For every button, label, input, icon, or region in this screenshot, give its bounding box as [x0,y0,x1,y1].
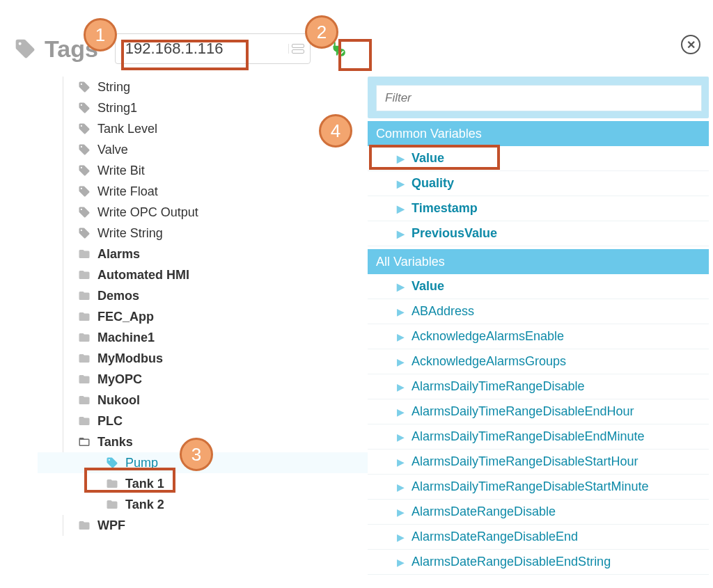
ip-input[interactable] [118,35,285,62]
variable-label: AcknowledgeAlarmsGroups [412,354,566,369]
tag-icon [77,122,92,135]
expand-arrow-icon: ▶ [397,482,405,493]
variables-panel: Common Variables ▶Value▶Quality▶Timestam… [368,72,712,575]
variable-label: AlarmsDateRangeDisableEnd [412,530,578,544]
variable-value[interactable]: ▶Value [368,146,709,171]
variable-label: ABAddress [412,304,474,319]
variable-value[interactable]: ▶Value [368,274,709,299]
folder-alarms[interactable]: Alarms [13,244,368,264]
variable-abaddress[interactable]: ▶ABAddress [368,299,709,324]
search-icon[interactable] [684,90,698,104]
db-icon[interactable] [288,44,307,54]
tag-write-bit[interactable]: Write Bit [13,160,368,181]
folder-fec_app[interactable]: FEC_App [13,306,368,327]
tree-item-label: Nukool [97,393,140,408]
tag-icon [14,38,36,60]
variable-label: AlarmsDateRangeDisable [412,504,556,519]
tag-tree: StringString1Tank LevelValveWrite BitWri… [13,72,368,575]
tree-item-label: Tank 1 [125,477,164,491]
tree-item-label: Write Float [97,184,158,199]
tree-item-label: Machine1 [97,331,155,345]
filter-input[interactable] [376,85,702,111]
variable-acknowledgealarmsenable[interactable]: ▶AcknowledgeAlarmsEnable [368,324,709,349]
tree-item-label: MyOPC [97,372,142,387]
folder-tank-2[interactable]: Tank 2 [38,494,368,515]
variable-label: Value [412,279,444,294]
folder-myopc[interactable]: MyOPC [13,369,368,390]
variable-quality[interactable]: ▶Quality [368,171,709,196]
tree-item-label: Tank Level [97,122,157,136]
ip-input-wrap [115,33,311,64]
variable-label: PreviousValue [412,226,497,241]
tree-item-label: Valve [97,143,128,157]
tree-item-label: String1 [97,101,137,116]
variable-label: AlarmsDailyTimeRangeDisableStartHour [412,454,638,469]
variable-alarmsdaterangedisableend[interactable]: ▶AlarmsDateRangeDisableEnd [368,525,709,550]
folder-machine1[interactable]: Machine1 [13,327,368,348]
variable-alarmsdaterangedisable[interactable]: ▶AlarmsDateRangeDisable [368,500,709,525]
variable-alarmsdailytimerangedisableendhour[interactable]: ▶AlarmsDailyTimeRangeDisableEndHour [368,399,709,424]
tree-item-label: Pump [125,456,158,470]
variable-label: Timestamp [412,201,478,216]
tag-icon [77,227,92,239]
expand-arrow-icon: ▶ [397,281,405,292]
expand-arrow-icon: ▶ [397,406,405,418]
expand-arrow-icon: ▶ [397,228,405,239]
tag-icon [77,206,92,218]
folder-icon [77,352,92,365]
folder-icon [77,248,92,260]
tree-item-label: Write Bit [97,164,145,178]
tag-string[interactable]: String [13,77,368,97]
folder-plc[interactable]: PLC [13,411,368,431]
tag-tank-level[interactable]: Tank Level [13,118,368,139]
svg-point-1 [686,93,694,101]
tree-item-label: Write OPC Output [97,205,198,220]
folder-icon [77,310,92,323]
tree-item-label: Demos [97,289,139,303]
expand-arrow-icon: ▶ [397,203,405,214]
variable-alarmsdailytimerangedisableendminute[interactable]: ▶AlarmsDailyTimeRangeDisableEndMinute [368,424,709,450]
folder-icon [104,498,120,511]
folder-demos[interactable]: Demos [13,285,368,306]
tag-valve[interactable]: Valve [13,139,368,160]
close-button[interactable]: ✕ [681,35,700,54]
folder-wpf[interactable]: WPF [13,515,368,536]
variable-alarmsdailytimerangedisable[interactable]: ▶AlarmsDailyTimeRangeDisable [368,374,709,399]
body: StringString1Tank LevelValveWrite BitWri… [0,70,713,575]
variable-label: Quality [412,176,454,191]
folder-icon [77,289,92,302]
variable-alarmsdaterangedisableendstring[interactable]: ▶AlarmsDateRangeDisableEndString [368,550,709,575]
variable-acknowledgealarmsgroups[interactable]: ▶AcknowledgeAlarmsGroups [368,349,709,374]
tag-icon [77,143,92,156]
callout-2: 2 [305,15,338,49]
expand-arrow-icon: ▶ [397,532,405,543]
variable-timestamp[interactable]: ▶Timestamp [368,196,709,221]
variable-label: AlarmsDailyTimeRangeDisableEndMinute [412,429,644,444]
folder-nukool[interactable]: Nukool [13,390,368,411]
section-all-variables: All Variables [368,249,709,274]
tree-item-label: Tank 2 [125,498,164,512]
folder-tank-1[interactable]: Tank 1 [38,473,368,494]
tag-write-float[interactable]: Write Float [13,181,368,202]
folder-mymodbus[interactable]: MyModbus [13,348,368,369]
tree-item-label: WPF [97,518,125,533]
folder-automated-hmi[interactable]: Automated HMI [13,264,368,285]
variable-previousvalue[interactable]: ▶PreviousValue [368,221,709,246]
expand-arrow-icon: ▶ [397,557,405,568]
variable-alarmsdailytimerangedisablestartminute[interactable]: ▶AlarmsDailyTimeRangeDisableStartMinute [368,475,709,500]
folder-icon [77,331,92,344]
expand-arrow-icon: ▶ [397,153,405,164]
folder-icon [104,477,120,490]
folder-icon [77,394,92,406]
tag-icon [77,185,92,198]
expand-arrow-icon: ▶ [397,507,405,518]
tag-write-string[interactable]: Write String [13,223,368,244]
variable-label: AlarmsDateRangeDisableEndString [412,555,611,569]
folder-icon [77,269,92,281]
tag-string1[interactable]: String1 [13,97,368,118]
variable-label: AlarmsDailyTimeRangeDisable [412,379,584,394]
folder-icon [77,519,92,532]
tag-write-opc-output[interactable]: Write OPC Output [13,202,368,223]
variable-alarmsdailytimerangedisablestarthour[interactable]: ▶AlarmsDailyTimeRangeDisableStartHour [368,450,709,475]
expand-arrow-icon: ▶ [397,431,405,443]
